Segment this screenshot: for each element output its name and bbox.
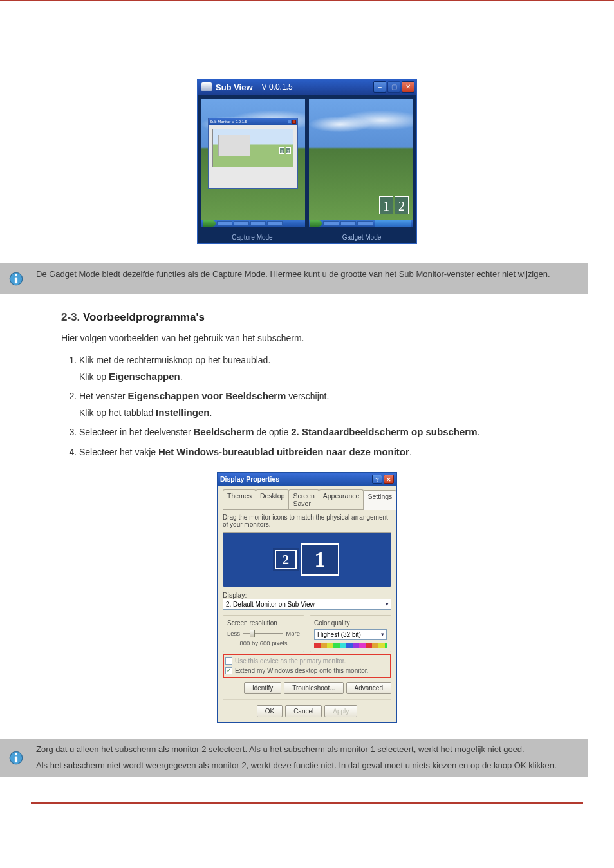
advanced-button[interactable]: Advanced bbox=[346, 682, 391, 694]
highlighted-checkboxes: Use this device as the primary monitor. … bbox=[223, 654, 391, 678]
section-number: 2-3. bbox=[61, 311, 80, 323]
info-icon bbox=[8, 270, 24, 287]
close-icon[interactable]: ✕ bbox=[402, 81, 414, 93]
step-4: Selecteer het vakje Het Windows-bureaubl… bbox=[79, 444, 553, 460]
ok-button[interactable]: OK bbox=[257, 705, 283, 717]
subview-titlebar: Sub View V 0.0.1.5 – ▢ ✕ bbox=[198, 79, 416, 95]
subview-app-icon bbox=[201, 82, 212, 91]
svg-point-5 bbox=[15, 753, 17, 755]
extend-desktop-checkbox-row[interactable]: ✓ Extend my Windows desktop onto this mo… bbox=[225, 667, 389, 674]
primary-monitor-checkbox-row: Use this device as the primary monitor. bbox=[225, 657, 389, 665]
lead-paragraph: Hier volgen voorbeelden van het gebruik … bbox=[61, 333, 553, 343]
step-3: Selecteer in het deelvenster Beeldscherm… bbox=[79, 424, 553, 440]
info-text-1: De Gadget Mode biedt dezelfde functies a… bbox=[36, 269, 550, 279]
identify-button[interactable]: Identify bbox=[244, 682, 281, 694]
color-quality-select[interactable]: Highest (32 bit) bbox=[314, 629, 387, 640]
tab-themes[interactable]: Themes bbox=[223, 489, 256, 509]
right-num-2: 2 bbox=[395, 196, 409, 214]
subview-app-title: Sub View bbox=[216, 82, 253, 92]
screen-resolution-group: Screen resolution Less More 800 by 600 p… bbox=[223, 615, 304, 652]
tab-settings[interactable]: Settings bbox=[363, 490, 396, 510]
maximize-icon: ▢ bbox=[387, 81, 400, 93]
minimize-icon[interactable]: – bbox=[373, 81, 386, 93]
tab-screensaver[interactable]: Screen Saver bbox=[288, 489, 319, 509]
start-button-right bbox=[310, 220, 322, 227]
warning-line-1: Zorg dat u alleen het subscherm als moni… bbox=[36, 744, 581, 756]
info-icon bbox=[8, 750, 24, 766]
color-quality-group: Color quality Highest (32 bit) bbox=[310, 615, 391, 652]
footer-divider bbox=[31, 802, 583, 804]
warning-line-2: Als het subscherm niet wordt weergegeven… bbox=[36, 760, 581, 772]
dp-tabs: Themes Desktop Screen Saver Appearance S… bbox=[223, 489, 391, 510]
info-band-monitor-warning: Zorg dat u alleen het subscherm als moni… bbox=[0, 739, 588, 777]
help-icon[interactable]: ? bbox=[372, 475, 382, 484]
sub-monitor-title: Sub Monitor V 0.0.1.5 bbox=[210, 120, 247, 124]
left-inner-num-2: 2 bbox=[286, 147, 291, 154]
resolution-slider[interactable]: Less More bbox=[227, 629, 300, 638]
monitor-1-icon[interactable]: 1 bbox=[301, 543, 339, 576]
capture-mode-caption: Capture Mode bbox=[198, 231, 307, 243]
display-properties-dialog: Display Properties ? ✕ Themes Desktop Sc… bbox=[217, 472, 397, 723]
right-num-1: 1 bbox=[379, 196, 393, 214]
step-2: Het venster Eigenschappen voor Beeldsche… bbox=[79, 388, 553, 422]
monitor-preview-area[interactable]: 2 1 bbox=[223, 532, 391, 587]
monitor-2-icon[interactable]: 2 bbox=[275, 550, 297, 569]
sub-monitor-window: Sub Monitor V 0.0.1.5 1 bbox=[208, 118, 298, 189]
svg-rect-2 bbox=[15, 278, 17, 284]
svg-rect-6 bbox=[15, 756, 17, 762]
troubleshoot-button[interactable]: Troubleshoot... bbox=[284, 682, 343, 694]
cancel-button[interactable]: Cancel bbox=[285, 705, 322, 717]
info-band-gadget-mode: De Gadget Mode biedt dezelfde functies a… bbox=[0, 263, 588, 294]
section-title-text: Voorbeeldprogramma's bbox=[83, 311, 205, 323]
svg-point-1 bbox=[15, 274, 17, 276]
dp-hint: Drag the monitor icons to match the phys… bbox=[223, 514, 391, 528]
display-label: Display: bbox=[223, 591, 391, 599]
resolution-readout: 800 by 600 pixels bbox=[227, 639, 300, 646]
display-select[interactable]: 2. Default Monitor on Sub View bbox=[223, 599, 391, 610]
left-inner-num-1: 1 bbox=[279, 147, 284, 154]
gadget-mode-pane: 1 2 bbox=[309, 99, 413, 227]
tab-appearance[interactable]: Appearance bbox=[319, 489, 364, 509]
step-1: Klik met de rechtermuisknop op het burea… bbox=[79, 352, 553, 385]
system-tray bbox=[375, 220, 411, 227]
color-hue-bar bbox=[314, 643, 387, 648]
tab-desktop[interactable]: Desktop bbox=[256, 489, 290, 509]
dp-close-icon[interactable]: ✕ bbox=[384, 475, 394, 484]
apply-button: Apply bbox=[324, 705, 357, 717]
checkbox-extend[interactable]: ✓ bbox=[225, 667, 232, 674]
subview-version: V 0.0.1.5 bbox=[262, 82, 293, 91]
capture-mode-pane: Sub Monitor V 0.0.1.5 1 bbox=[201, 99, 305, 227]
dp-titlebar: Display Properties ? ✕ bbox=[218, 473, 396, 486]
checkbox-primary bbox=[225, 657, 232, 665]
dp-title: Display Properties bbox=[220, 475, 279, 483]
section-heading: 2-3. Voorbeeldprogramma's bbox=[61, 311, 553, 324]
gadget-mode-caption: Gadget Mode bbox=[307, 231, 416, 243]
subview-app-figure: Sub View V 0.0.1.5 – ▢ ✕ bbox=[197, 79, 417, 244]
start-button-left bbox=[203, 220, 216, 227]
